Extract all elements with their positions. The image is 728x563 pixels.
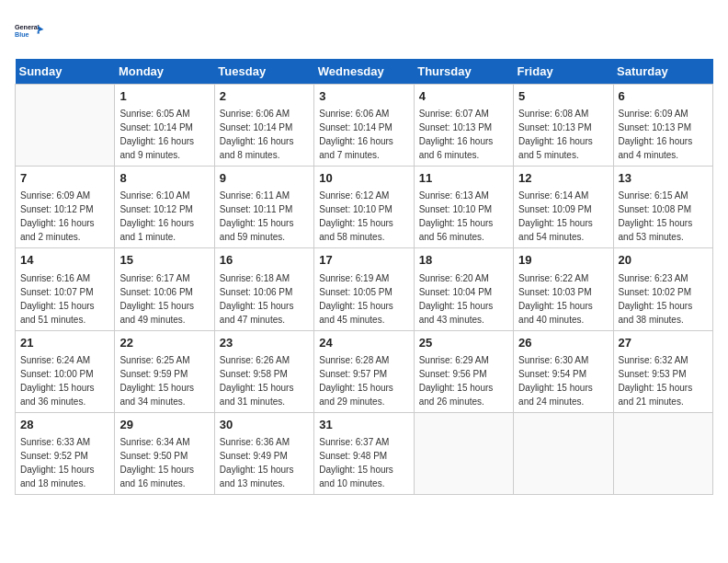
calendar-cell: 24Sunrise: 6:28 AM Sunset: 9:57 PM Dayli… (314, 330, 414, 412)
day-info: Sunrise: 6:28 AM Sunset: 9:57 PM Dayligh… (319, 353, 408, 408)
day-info: Sunrise: 6:26 AM Sunset: 9:58 PM Dayligh… (220, 353, 309, 408)
day-number: 21 (20, 335, 109, 351)
day-number: 29 (119, 417, 209, 433)
calendar-week-row: 7Sunrise: 6:09 AM Sunset: 10:12 PM Dayli… (16, 167, 713, 248)
calendar-week-row: 1Sunrise: 6:05 AM Sunset: 10:14 PM Dayli… (16, 85, 713, 167)
calendar-cell: 2Sunrise: 6:06 AM Sunset: 10:14 PM Dayli… (214, 85, 313, 167)
calendar-cell: 1Sunrise: 6:05 AM Sunset: 10:14 PM Dayli… (115, 85, 214, 167)
day-number: 25 (419, 335, 508, 351)
day-number: 10 (319, 170, 408, 187)
day-info: Sunrise: 6:24 AM Sunset: 10:00 PM Daylig… (20, 353, 109, 408)
day-info: Sunrise: 6:30 AM Sunset: 9:54 PM Dayligh… (518, 353, 608, 408)
day-number: 4 (419, 88, 508, 105)
weekday-header-monday: Monday (115, 59, 214, 85)
weekday-header-sunday: Sunday (16, 59, 115, 85)
calendar-cell: 5Sunrise: 6:08 AM Sunset: 10:13 PM Dayli… (514, 85, 613, 167)
day-number: 27 (619, 335, 708, 351)
day-number: 1 (119, 88, 209, 105)
calendar-table: SundayMondayTuesdayWednesdayThursdayFrid… (15, 59, 713, 495)
calendar-cell: 11Sunrise: 6:13 AM Sunset: 10:10 PM Dayl… (414, 167, 513, 248)
day-number: 5 (518, 88, 608, 105)
day-info: Sunrise: 6:17 AM Sunset: 10:06 PM Daylig… (119, 271, 209, 327)
calendar-cell: 29Sunrise: 6:34 AM Sunset: 9:50 PM Dayli… (115, 412, 214, 494)
calendar-week-row: 28Sunrise: 6:33 AM Sunset: 9:52 PM Dayli… (16, 412, 713, 494)
day-info: Sunrise: 6:16 AM Sunset: 10:07 PM Daylig… (20, 271, 109, 327)
day-info: Sunrise: 6:37 AM Sunset: 9:48 PM Dayligh… (319, 435, 408, 490)
calendar-cell: 19Sunrise: 6:22 AM Sunset: 10:03 PM Dayl… (514, 248, 613, 330)
day-info: Sunrise: 6:12 AM Sunset: 10:10 PM Daylig… (319, 189, 408, 244)
day-number: 15 (119, 252, 209, 269)
day-number: 13 (619, 170, 708, 187)
day-info: Sunrise: 6:22 AM Sunset: 10:03 PM Daylig… (518, 271, 608, 327)
day-number: 26 (518, 335, 608, 351)
day-info: Sunrise: 6:36 AM Sunset: 9:49 PM Dayligh… (220, 435, 309, 490)
calendar-cell: 4Sunrise: 6:07 AM Sunset: 10:13 PM Dayli… (414, 85, 513, 167)
calendar-cell: 30Sunrise: 6:36 AM Sunset: 9:49 PM Dayli… (214, 412, 313, 494)
day-info: Sunrise: 6:08 AM Sunset: 10:13 PM Daylig… (518, 107, 608, 162)
calendar-cell: 14Sunrise: 6:16 AM Sunset: 10:07 PM Dayl… (16, 248, 115, 330)
calendar-cell: 21Sunrise: 6:24 AM Sunset: 10:00 PM Dayl… (16, 330, 115, 412)
weekday-header-friday: Friday (514, 59, 613, 85)
svg-text:General: General (15, 23, 40, 31)
day-info: Sunrise: 6:29 AM Sunset: 9:56 PM Dayligh… (419, 353, 508, 408)
calendar-cell: 16Sunrise: 6:18 AM Sunset: 10:06 PM Dayl… (214, 248, 313, 330)
day-info: Sunrise: 6:09 AM Sunset: 10:13 PM Daylig… (619, 107, 708, 162)
weekday-header-wednesday: Wednesday (314, 59, 414, 85)
logo: GeneralBlue (15, 15, 48, 52)
day-info: Sunrise: 6:15 AM Sunset: 10:08 PM Daylig… (619, 189, 708, 244)
calendar-cell: 9Sunrise: 6:11 AM Sunset: 10:11 PM Dayli… (214, 167, 313, 248)
weekday-header-saturday: Saturday (613, 59, 712, 85)
calendar-cell: 26Sunrise: 6:30 AM Sunset: 9:54 PM Dayli… (514, 330, 613, 412)
calendar-cell: 8Sunrise: 6:10 AM Sunset: 10:12 PM Dayli… (115, 167, 214, 248)
day-info: Sunrise: 6:34 AM Sunset: 9:50 PM Dayligh… (119, 435, 209, 490)
day-number: 11 (419, 170, 508, 187)
svg-text:Blue: Blue (15, 30, 29, 39)
day-number: 28 (20, 417, 109, 433)
weekday-header-tuesday: Tuesday (214, 59, 313, 85)
calendar-cell (414, 412, 513, 494)
day-info: Sunrise: 6:19 AM Sunset: 10:05 PM Daylig… (319, 271, 408, 327)
day-info: Sunrise: 6:32 AM Sunset: 9:53 PM Dayligh… (619, 353, 708, 408)
day-info: Sunrise: 6:06 AM Sunset: 10:14 PM Daylig… (220, 107, 309, 162)
calendar-week-row: 21Sunrise: 6:24 AM Sunset: 10:00 PM Dayl… (16, 330, 713, 412)
day-number: 6 (619, 88, 708, 105)
day-number: 7 (20, 170, 109, 187)
day-number: 14 (20, 252, 109, 269)
day-number: 8 (119, 170, 209, 187)
day-number: 20 (619, 252, 708, 269)
calendar-cell: 28Sunrise: 6:33 AM Sunset: 9:52 PM Dayli… (16, 412, 115, 494)
day-number: 24 (319, 335, 408, 351)
calendar-week-row: 14Sunrise: 6:16 AM Sunset: 10:07 PM Dayl… (16, 248, 713, 330)
calendar-cell: 27Sunrise: 6:32 AM Sunset: 9:53 PM Dayli… (613, 330, 712, 412)
calendar-cell: 13Sunrise: 6:15 AM Sunset: 10:08 PM Dayl… (613, 167, 712, 248)
calendar-cell: 10Sunrise: 6:12 AM Sunset: 10:10 PM Dayl… (314, 167, 414, 248)
day-number: 2 (220, 88, 309, 105)
day-number: 19 (518, 252, 608, 269)
calendar-cell: 20Sunrise: 6:23 AM Sunset: 10:02 PM Dayl… (613, 248, 712, 330)
day-info: Sunrise: 6:10 AM Sunset: 10:12 PM Daylig… (119, 189, 209, 244)
day-info: Sunrise: 6:20 AM Sunset: 10:04 PM Daylig… (419, 271, 508, 327)
day-number: 17 (319, 252, 408, 269)
day-info: Sunrise: 6:09 AM Sunset: 10:12 PM Daylig… (20, 189, 109, 244)
day-info: Sunrise: 6:07 AM Sunset: 10:13 PM Daylig… (419, 107, 508, 162)
day-number: 22 (119, 335, 209, 351)
calendar-cell: 12Sunrise: 6:14 AM Sunset: 10:09 PM Dayl… (514, 167, 613, 248)
day-number: 16 (220, 252, 309, 269)
day-info: Sunrise: 6:05 AM Sunset: 10:14 PM Daylig… (119, 107, 209, 162)
day-number: 9 (220, 170, 309, 187)
calendar-cell (514, 412, 613, 494)
calendar-cell: 17Sunrise: 6:19 AM Sunset: 10:05 PM Dayl… (314, 248, 414, 330)
day-number: 30 (220, 417, 309, 433)
day-info: Sunrise: 6:25 AM Sunset: 9:59 PM Dayligh… (119, 353, 209, 408)
calendar-cell: 18Sunrise: 6:20 AM Sunset: 10:04 PM Dayl… (414, 248, 513, 330)
day-number: 23 (220, 335, 309, 351)
calendar-cell: 23Sunrise: 6:26 AM Sunset: 9:58 PM Dayli… (214, 330, 313, 412)
day-number: 3 (319, 88, 408, 105)
calendar-cell: 31Sunrise: 6:37 AM Sunset: 9:48 PM Dayli… (314, 412, 414, 494)
day-number: 18 (419, 252, 508, 269)
day-info: Sunrise: 6:06 AM Sunset: 10:14 PM Daylig… (319, 107, 408, 162)
weekday-header-row: SundayMondayTuesdayWednesdayThursdayFrid… (16, 59, 713, 85)
day-info: Sunrise: 6:33 AM Sunset: 9:52 PM Dayligh… (20, 435, 109, 490)
day-info: Sunrise: 6:23 AM Sunset: 10:02 PM Daylig… (619, 271, 708, 327)
calendar-cell: 6Sunrise: 6:09 AM Sunset: 10:13 PM Dayli… (613, 85, 712, 167)
